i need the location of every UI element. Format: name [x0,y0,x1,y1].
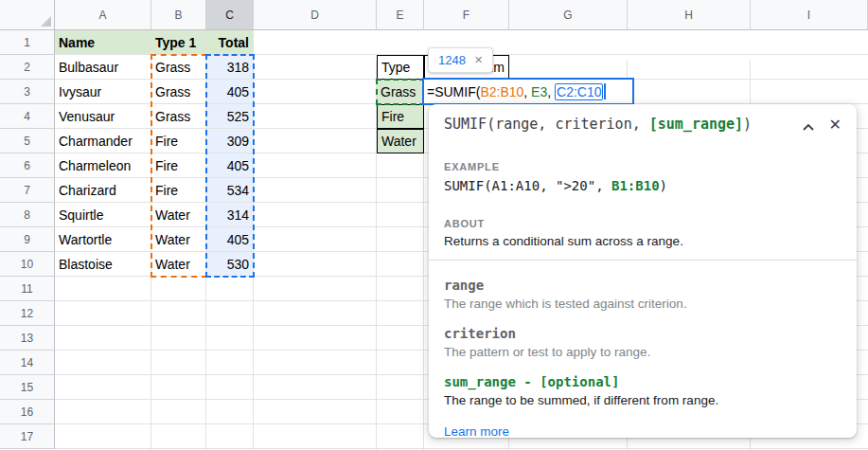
cell-a9[interactable]: Wartortle [55,227,151,252]
row-header-12[interactable]: 12 [0,301,55,326]
cell-e5[interactable]: Water [377,129,424,153]
cell-c4[interactable]: 525 [206,104,254,129]
row-header-7[interactable]: 7 [0,178,55,203]
function-signature: SUMIF(range, criterion, [sum_range]) [444,116,788,133]
cell-a2[interactable]: Bulbasaur [55,55,151,80]
row-header-4[interactable]: 4 [0,104,55,129]
row-header-2[interactable]: 2 [0,55,55,80]
cell-b2[interactable]: Grass [151,55,206,80]
cell-b4[interactable]: Grass [151,104,206,129]
cell-c7[interactable]: 534 [206,178,254,203]
example-post: ) [660,178,667,193]
cell-a6[interactable]: Charmeleon [55,153,151,178]
row-header-14[interactable]: 14 [0,351,55,375]
formula-criterion-token: E3 [531,84,547,99]
cell-a8[interactable]: Squirtle [55,203,151,227]
param-sum-range: sum_range - [optional] The range to be s… [444,374,841,409]
learn-more-link[interactable]: Learn more [444,424,841,438]
cell-a1[interactable]: Name [55,30,151,55]
row-header-11[interactable]: 11 [0,277,55,301]
row-header-1[interactable]: 1 [0,30,55,55]
formula-range1-token: B2:B10 [480,84,523,99]
cell-c5[interactable]: 309 [206,129,254,153]
function-help-header: SUMIF(range, criterion, [sum_range]) ✕ [444,116,841,136]
cell-e4[interactable]: Fire [377,104,424,129]
formula-sumrange-token: C2:C10 [555,83,603,100]
function-help-popup: SUMIF(range, criterion, [sum_range]) ✕ E… [429,104,857,438]
row-header-6[interactable]: 6 [0,153,55,178]
row-header-13[interactable]: 13 [0,326,55,351]
formula-result-value: 1248 [438,53,466,67]
cell-b7[interactable]: Fire [151,178,206,203]
cell-c8[interactable]: 314 [206,203,254,227]
column-header-g[interactable]: G [509,0,628,30]
cell-c10[interactable]: 530 [206,252,254,277]
column-header-a[interactable]: A [55,0,151,30]
cell-c2[interactable]: 318 [206,55,254,80]
cell-b9[interactable]: Water [151,227,206,252]
param-sum-range-name: sum_range - [optional] [444,374,841,389]
column-header-b[interactable]: B [151,0,206,30]
example-code: SUMIF(A1:A10, ">20", B1:B10) [444,178,841,193]
row-header-10[interactable]: 10 [0,252,55,277]
example-label: EXAMPLE [444,161,841,172]
select-all-triangle-icon [41,16,51,27]
param-criterion-desc: The pattern or test to apply to range. [444,344,841,361]
cell-c3[interactable]: 405 [206,80,254,104]
about-text: Returns a conditional sum across a range… [444,233,841,250]
param-range-desc: The range which is tested against criter… [444,296,841,313]
cell-e3[interactable]: Grass [377,80,424,104]
column-header-c[interactable]: C [206,0,254,30]
cell-a10[interactable]: Blastoise [55,252,151,277]
cell-b10[interactable]: Water [151,252,206,277]
row-header-15[interactable]: 15 [0,375,55,400]
chip-close-icon[interactable]: ✕ [474,54,483,66]
row-header-16[interactable]: 16 [0,400,55,424]
select-all-corner[interactable] [0,0,55,30]
param-criterion-name: criterion [444,326,841,341]
formula-separator: , [547,84,555,99]
formula-editor[interactable]: =SUMIF(B2:B10, E3, C2:C10 [422,78,634,105]
cell-c1[interactable]: Total [206,30,254,55]
param-criterion: criterion The pattern or test to apply t… [444,326,841,361]
cell-b8[interactable]: Water [151,203,206,227]
param-sum-range-desc: The range to be summed, if different fro… [444,392,841,409]
row-header-8[interactable]: 8 [0,203,55,227]
cell-b1[interactable]: Type 1 [151,30,206,55]
cell-b3[interactable]: Grass [151,80,206,104]
cell-c9[interactable]: 405 [206,227,254,252]
cell-a4[interactable]: Venusaur [55,104,151,129]
text-cursor [604,83,606,99]
collapse-chevron-up-icon[interactable] [803,116,814,136]
cell-b6[interactable]: Fire [151,153,206,178]
param-range: range The range which is tested against … [444,278,841,313]
signature-optional-arg: [sum_range] [649,116,743,133]
column-header-f[interactable]: F [424,0,509,30]
column-header-d[interactable]: D [254,0,377,30]
signature-post: ) [743,116,752,133]
spreadsheet-app: A B C D E F G H I 1 2 3 4 5 6 7 8 9 10 1… [0,0,868,450]
cell-c6[interactable]: 405 [206,153,254,178]
formula-separator: , [523,84,531,99]
cell-a5[interactable]: Charmander [55,129,151,153]
formula-result-chip: 1248 ✕ [428,47,493,73]
param-range-name: range [444,278,841,293]
popup-close-icon[interactable]: ✕ [829,116,841,135]
row-header-3[interactable]: 3 [0,80,55,104]
row-header-17[interactable]: 17 [0,424,55,449]
example-pre: SUMIF(A1:A10, ">20", [444,178,611,193]
row-header-9[interactable]: 9 [0,227,55,252]
cell-a3[interactable]: Ivysaur [55,80,151,104]
signature-pre: SUMIF(range, criterion, [444,116,649,133]
about-label: ABOUT [444,218,841,229]
row-header-5[interactable]: 5 [0,129,55,153]
column-header-h[interactable]: H [628,0,751,30]
column-header-i[interactable]: I [751,0,868,30]
example-highlight: B1:B10 [611,178,660,193]
cell-a7[interactable]: Charizard [55,178,151,203]
column-header-e[interactable]: E [377,0,424,30]
cell-b5[interactable]: Fire [151,129,206,153]
formula-prefix: =SUMIF( [427,84,480,99]
cell-e2[interactable]: Type [377,55,424,80]
popup-divider [429,260,857,261]
